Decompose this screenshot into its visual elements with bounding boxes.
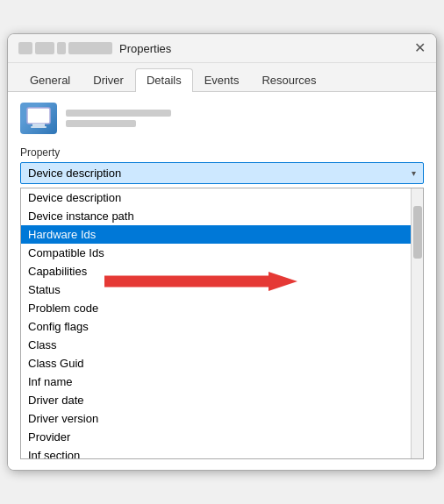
svg-rect-0 [27, 108, 50, 124]
property-dropdown[interactable]: Device description ▾ [20, 162, 424, 184]
title-bar-left: Properties [18, 42, 171, 55]
list-item[interactable]: Config flags [21, 317, 411, 336]
title-icon-1 [18, 42, 32, 54]
list-item[interactable]: Class Guid [21, 354, 411, 373]
tab-resources[interactable]: Resources [250, 68, 327, 91]
list-item-hardware-ids[interactable]: Hardware Ids [21, 225, 411, 244]
scrollbar[interactable] [411, 188, 423, 458]
chevron-down-icon: ▾ [412, 168, 416, 178]
red-arrow-shape [104, 272, 297, 291]
dropdown-value: Device description [28, 167, 121, 180]
device-name-block [66, 110, 171, 127]
list-item[interactable]: Driver version [21, 409, 411, 428]
list-item[interactable]: Device instance path [21, 207, 411, 225]
content-area: Property Device description ▾ Device des… [8, 92, 436, 470]
device-name-bar-2 [66, 120, 136, 127]
property-list[interactable]: Device description Device instance path … [21, 188, 411, 458]
title-icon-4 [68, 42, 112, 54]
scrollbar-thumb [413, 206, 422, 259]
property-label: Property [20, 146, 424, 159]
monitor-icon [25, 107, 52, 130]
title-icon-3 [57, 42, 66, 54]
close-button[interactable]: ✕ [414, 41, 426, 55]
list-item[interactable]: Inf name [21, 373, 411, 391]
title-icon-2 [35, 42, 54, 54]
device-name-bar-1 [66, 110, 171, 117]
list-item[interactable]: Inf section [21, 446, 411, 458]
device-icon [20, 103, 57, 134]
device-header [20, 103, 424, 134]
list-item[interactable]: Compatible Ids [21, 244, 411, 262]
title-icon-group [18, 42, 112, 54]
tab-details[interactable]: Details [135, 68, 193, 92]
property-list-container: Device description Device instance path … [20, 188, 424, 459]
arrow-indicator [104, 272, 297, 291]
tab-general[interactable]: General [18, 68, 82, 91]
list-item[interactable]: Device description [21, 188, 411, 207]
list-item[interactable]: Problem code [21, 299, 411, 317]
list-item[interactable]: Class [21, 336, 411, 354]
list-item[interactable]: Driver date [21, 391, 411, 409]
list-item[interactable]: Provider [21, 428, 411, 446]
title-bar: Properties ✕ [8, 34, 436, 63]
svg-rect-2 [31, 126, 47, 128]
tab-driver[interactable]: Driver [82, 68, 135, 91]
window-title: Properties [119, 42, 171, 55]
tab-bar: General Driver Details Events Resources [8, 63, 436, 92]
tab-events[interactable]: Events [193, 68, 251, 91]
properties-window: Properties ✕ General Driver Details Even… [7, 33, 437, 471]
svg-rect-1 [32, 124, 45, 126]
